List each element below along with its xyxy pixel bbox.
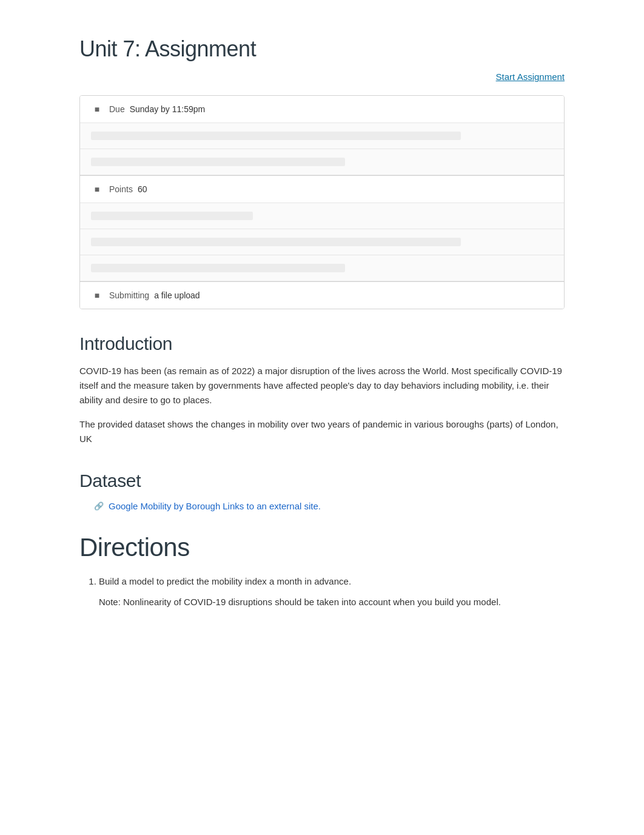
external-link-text: Links to an external site. bbox=[223, 501, 321, 511]
submitting-row: ■ Submitting a file upload bbox=[80, 282, 564, 309]
direction-item-1-text: Build a model to predict the mobility in… bbox=[99, 576, 351, 586]
introduction-heading: Introduction bbox=[79, 334, 565, 354]
skeleton-line-3a bbox=[91, 212, 253, 220]
points-label: Points bbox=[109, 184, 133, 194]
submitting-icon: ■ bbox=[91, 289, 103, 301]
due-row: ■ Due Sunday by 11:59pm bbox=[80, 96, 564, 123]
due-value: Sunday by 11:59pm bbox=[130, 104, 206, 114]
page-container: Unit 7: Assignment Start Assignment ■ Du… bbox=[31, 0, 613, 665]
points-row: ■ Points 60 bbox=[80, 176, 564, 203]
start-assignment-button[interactable]: Start Assignment bbox=[496, 69, 565, 84]
skeleton-row-2 bbox=[80, 149, 564, 175]
link-icon: 🔗 bbox=[94, 501, 104, 511]
direction-item-1: Build a model to predict the mobility in… bbox=[99, 574, 565, 609]
skeleton-line-2a bbox=[91, 158, 345, 166]
submitting-label: Submitting bbox=[109, 290, 149, 300]
calendar-icon: ■ bbox=[91, 103, 103, 115]
dataset-link[interactable]: Google Mobility by Borough bbox=[109, 501, 220, 511]
directions-heading: Directions bbox=[79, 533, 565, 562]
page-title: Unit 7: Assignment bbox=[79, 36, 565, 62]
skeleton-line-1a bbox=[91, 132, 461, 140]
skeleton-row-3 bbox=[80, 203, 564, 229]
start-assignment-container: Start Assignment bbox=[79, 69, 565, 84]
intro-paragraph-2: The provided dataset shows the changes i… bbox=[79, 417, 565, 446]
points-value: 60 bbox=[138, 184, 147, 194]
points-icon: ■ bbox=[91, 183, 103, 195]
info-table: ■ Due Sunday by 11:59pm ■ Points 60 bbox=[79, 95, 565, 309]
due-label: Due bbox=[109, 104, 125, 114]
directions-list: Build a model to predict the mobility in… bbox=[79, 574, 565, 609]
skeleton-row-4 bbox=[80, 229, 564, 255]
skeleton-line-5a bbox=[91, 264, 345, 272]
direction-item-1-note: Note: Nonlinearity of COVID-19 disruptio… bbox=[99, 595, 565, 609]
submitting-value: a file upload bbox=[154, 290, 200, 300]
skeleton-line-4a bbox=[91, 238, 461, 246]
intro-paragraph-1: COVID-19 has been (as remain as of 2022)… bbox=[79, 364, 565, 407]
dataset-heading: Dataset bbox=[79, 471, 565, 491]
skeleton-row-5 bbox=[80, 255, 564, 281]
skeleton-row-1 bbox=[80, 123, 564, 149]
dataset-link-container: 🔗 Google Mobility by Borough Links to an… bbox=[79, 501, 565, 511]
